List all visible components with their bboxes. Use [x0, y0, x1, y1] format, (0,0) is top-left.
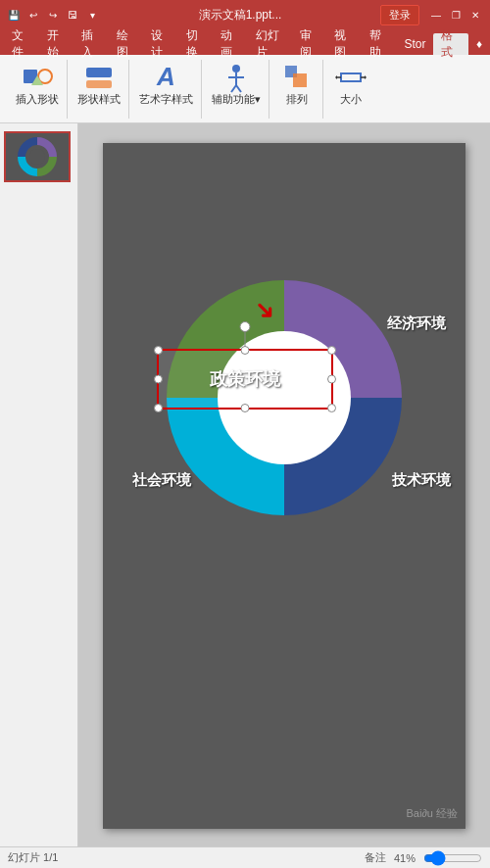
tab-review[interactable]: 审阅 [292, 33, 327, 55]
status-right: 备注 41% [365, 850, 482, 865]
label-social: 社会环境 [132, 471, 191, 490]
label-tech: 技术环境 [392, 471, 451, 490]
window-controls: — ❐ ✕ [427, 6, 484, 24]
zoom-level: 41% [394, 852, 416, 864]
shape-styles-group: 形状样式 [70, 60, 129, 119]
watermark: Bai∂u 经验 [406, 806, 458, 821]
zoom-slider[interactable] [423, 851, 482, 865]
label-economic: 经济环境 [387, 314, 446, 333]
canvas-area[interactable]: 经济环境 技术环境 社会环境 ➜ [78, 123, 490, 846]
minimize-button[interactable]: — [427, 6, 445, 24]
handle-ml[interactable] [154, 375, 163, 384]
shape-styles-button[interactable]: 形状样式 [74, 60, 124, 108]
ribbon-tabs: 文件 开始 插入 绘图 设计 切换 动画 幻灯片 审阅 视图 帮助 Stor 格… [0, 29, 490, 55]
accessibility-label: 辅助功能▾ [212, 93, 261, 106]
size-label: 大小 [340, 93, 362, 106]
wordart-label: 艺术字样式 [139, 93, 193, 106]
svg-rect-4 [86, 80, 112, 88]
handle-bm[interactable] [241, 404, 250, 412]
main-area: 1 [0, 123, 490, 846]
handle-tl[interactable] [154, 346, 163, 355]
tab-home[interactable]: 开始 [39, 33, 74, 55]
restore-button[interactable]: ❐ [447, 6, 465, 24]
arrange-group: 排列 [271, 60, 323, 119]
svg-point-5 [232, 65, 240, 72]
size-button[interactable]: 大小 [329, 60, 372, 108]
svg-line-9 [236, 85, 241, 92]
shape-styles-label: 形状样式 [77, 93, 121, 106]
handle-mr[interactable] [327, 375, 336, 384]
notes-button[interactable]: 备注 [365, 850, 386, 865]
tab-slideshow[interactable]: 幻灯片 [248, 33, 292, 55]
title-bar-right: 登录 — ❐ ✕ [380, 5, 484, 25]
insert-shapes-group: 插入形状 [8, 60, 68, 119]
selection-box[interactable]: 政策环境 [157, 349, 333, 410]
accessibility-group: 辅助功能▾ [204, 60, 270, 119]
tab-insert[interactable]: 插入 [74, 33, 109, 55]
rotation-handle[interactable] [240, 321, 251, 332]
slide-canvas: 经济环境 技术环境 社会环境 ➜ [103, 143, 466, 829]
handle-bl[interactable] [154, 404, 163, 412]
label-policy: 政策环境 [159, 351, 331, 408]
tab-animation[interactable]: 动画 [213, 33, 248, 55]
handle-tm[interactable] [241, 346, 250, 355]
status-bar: 幻灯片 1/1 备注 41% [0, 846, 490, 868]
svg-marker-16 [365, 75, 367, 79]
size-group: 大小 [325, 60, 376, 119]
size-icon [335, 62, 367, 93]
quick-icon1[interactable]: 🖫 [65, 7, 80, 23]
arrange-icon [281, 62, 313, 93]
shape-styles-icon [83, 62, 115, 93]
insert-shapes-label: 插入形状 [16, 93, 59, 106]
svg-rect-12 [341, 73, 361, 81]
arrange-button[interactable]: 排列 [275, 60, 318, 108]
svg-rect-11 [293, 73, 307, 87]
undo-icon[interactable]: ↩ [25, 7, 41, 23]
tab-stor[interactable]: Stor [396, 33, 433, 55]
tab-draw[interactable]: 绘图 [109, 33, 144, 55]
accessibility-button[interactable]: 辅助功能▾ [208, 60, 265, 108]
handle-tr[interactable] [327, 346, 336, 355]
slide-info: 幻灯片 1/1 [8, 850, 58, 865]
svg-rect-3 [86, 68, 112, 77]
close-button[interactable]: ✕ [466, 6, 484, 24]
svg-point-21 [29, 149, 45, 165]
insert-shapes-icon [22, 62, 53, 93]
wordart-button[interactable]: A 艺术字样式 [135, 60, 197, 108]
quick-dropdown[interactable]: ▾ [84, 7, 100, 23]
tab-format[interactable]: 格式 [433, 33, 468, 55]
tab-design[interactable]: 设计 [143, 33, 178, 55]
login-button[interactable]: 登录 [380, 5, 419, 25]
wordart-icon: A [151, 62, 182, 93]
redo-icon[interactable]: ↪ [45, 7, 61, 23]
tab-view[interactable]: 视图 [326, 33, 362, 55]
save-icon[interactable]: 💾 [6, 7, 22, 23]
wordart-group: A 艺术字样式 [131, 60, 202, 119]
arrange-label: 排列 [286, 93, 308, 106]
ribbon-toolbar: 插入形状 形状样式 A 艺术字样式 [0, 55, 490, 123]
svg-line-8 [231, 85, 236, 92]
title-bar: 💾 ↩ ↪ 🖫 ▾ 演示文稿1.ppt... 登录 — ❐ ✕ [0, 0, 490, 29]
handle-br[interactable] [327, 404, 336, 412]
tab-diamond[interactable]: ♦ [468, 33, 490, 55]
accessibility-icon [220, 62, 252, 93]
slide-thumbnail-1[interactable]: 1 [4, 131, 71, 182]
title-filename: 演示文稿1.ppt... [100, 7, 380, 24]
svg-marker-14 [335, 75, 337, 79]
insert-shapes-button[interactable]: 插入形状 [12, 60, 63, 108]
thumb-content [8, 135, 67, 178]
title-bar-left: 💾 ↩ ↪ 🖫 ▾ [6, 7, 100, 23]
tab-switch[interactable]: 切换 [178, 33, 214, 55]
tab-file[interactable]: 文件 [4, 33, 39, 55]
tab-help[interactable]: 帮助 [362, 33, 397, 55]
slide-panel: 1 [0, 123, 78, 846]
